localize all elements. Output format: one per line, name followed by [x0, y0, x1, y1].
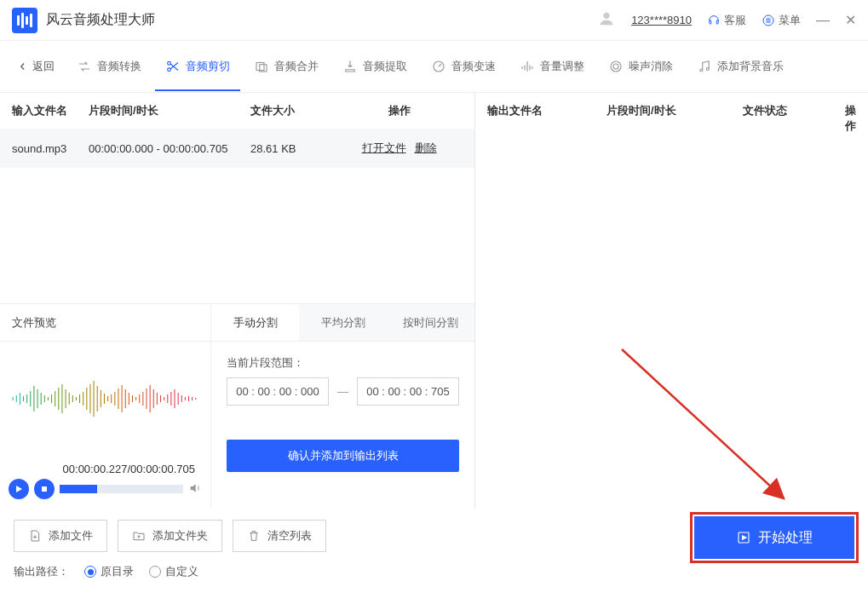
titlebar: 风云音频处理大师 123****8910 客服 菜单 — ✕ [0, 0, 868, 41]
split-panel: 手动分割 平均分割 按时间分割 当前片段范围： — 确认并添加到输出列表 [211, 304, 474, 508]
radio-custom-dir[interactable]: 自定义 [149, 564, 198, 579]
content-area: 输入文件名 片段时间/时长 文件大小 操作 sound.mp3 00:00:00… [0, 92, 868, 508]
app-logo [12, 8, 37, 33]
support-link[interactable]: 客服 [707, 13, 746, 28]
music-icon [697, 59, 712, 74]
confirm-add-button[interactable]: 确认并添加到输出列表 [227, 440, 459, 472]
main-toolbar: 返回 音频转换 音频剪切 音频合并 音频提取 音频变速 音量调整 噪声消除 添加… [0, 41, 868, 92]
tab-noise-remove[interactable]: 噪声消除 [598, 52, 683, 81]
output-path-label: 输出路径： [14, 564, 69, 579]
preview-title: 文件预览 [0, 304, 210, 342]
svg-point-0 [603, 13, 609, 19]
scissors-icon [165, 59, 181, 74]
extract-icon [342, 59, 358, 74]
play-square-icon [736, 530, 751, 545]
support-label: 客服 [724, 13, 746, 28]
cell-size: 28.61 KB [250, 142, 336, 155]
tab-manual-split[interactable]: 手动分割 [211, 304, 299, 341]
col-output-time: 片段时间/时长 [606, 103, 743, 134]
folder-add-icon [132, 529, 146, 543]
app-title: 风云音频处理大师 [46, 11, 155, 29]
stop-button[interactable] [34, 479, 55, 499]
delete-link[interactable]: 删除 [415, 141, 437, 156]
noise-icon [608, 59, 624, 74]
preview-area: 文件预览 00:00:00.227/00:00:00.705 [0, 303, 474, 508]
cell-filename: sound.mp3 [12, 142, 89, 155]
file-add-icon [28, 529, 42, 543]
svg-point-8 [613, 64, 618, 69]
start-time-input[interactable] [227, 377, 329, 406]
radio-original-dir[interactable]: 原目录 [84, 564, 134, 579]
col-output-action: 操作 [845, 103, 856, 134]
svg-point-10 [706, 68, 709, 71]
preview-left: 文件预览 00:00:00.227/00:00:00.705 [0, 304, 211, 508]
add-file-button[interactable]: 添加文件 [14, 520, 107, 552]
col-input-time: 片段时间/时长 [89, 103, 250, 118]
trash-icon [247, 529, 261, 543]
svg-rect-4 [256, 63, 264, 71]
col-output-status: 文件状态 [743, 103, 845, 134]
tab-add-bgm[interactable]: 添加背景音乐 [687, 52, 794, 81]
speed-icon [431, 59, 446, 74]
minimize-button[interactable]: — [816, 13, 830, 28]
clear-list-button[interactable]: 清空列表 [233, 520, 326, 552]
cell-time: 00:00:00.000 - 00:00:00.705 [89, 142, 250, 155]
player: 00:00:00.227/00:00:00.705 [0, 456, 210, 508]
input-panel: 输入文件名 片段时间/时长 文件大小 操作 sound.mp3 00:00:00… [0, 92, 475, 508]
output-table-header: 输出文件名 片段时间/时长 文件状态 操作 [475, 92, 868, 144]
split-tabs: 手动分割 平均分割 按时间分割 [211, 304, 474, 342]
tab-audio-cut[interactable]: 音频剪切 [155, 52, 240, 81]
menu-link[interactable]: 菜单 [762, 13, 801, 28]
waveform [0, 342, 210, 456]
tab-volume-adjust[interactable]: 音量调整 [509, 52, 595, 81]
svg-rect-64 [42, 486, 47, 492]
avatar-icon [597, 9, 616, 31]
stop-icon [40, 485, 49, 493]
progress-fill [60, 485, 97, 493]
playback-time: 00:00:00.227/00:00:00.705 [9, 463, 202, 475]
end-time-input[interactable] [357, 377, 459, 406]
tab-audio-speed[interactable]: 音频变速 [421, 52, 506, 81]
add-folder-button[interactable]: 添加文件夹 [118, 520, 222, 552]
output-panel: 输出文件名 片段时间/时长 文件状态 操作 [475, 92, 868, 508]
col-input-action: 操作 [336, 103, 463, 118]
play-icon [14, 485, 23, 493]
footer: 添加文件 添加文件夹 清空列表 开始处理 输出路径： 原目录 自定义 [0, 508, 868, 588]
tab-audio-convert[interactable]: 音频转换 [66, 52, 152, 81]
col-output-name: 输出文件名 [487, 103, 606, 134]
user-id[interactable]: 123****8910 [631, 14, 692, 26]
table-row[interactable]: sound.mp3 00:00:00.000 - 00:00:00.705 28… [0, 129, 474, 168]
svg-point-7 [611, 61, 621, 72]
arrow-left-icon [17, 60, 29, 72]
back-button[interactable]: 返回 [9, 54, 63, 79]
merge-icon [254, 59, 269, 74]
start-process-button[interactable]: 开始处理 [694, 516, 854, 559]
progress-bar[interactable] [60, 485, 183, 493]
convert-icon [77, 59, 92, 74]
tab-audio-merge[interactable]: 音频合并 [244, 52, 329, 81]
col-input-name: 输入文件名 [12, 103, 89, 118]
tab-audio-extract[interactable]: 音频提取 [332, 52, 417, 81]
menu-label: 菜单 [779, 13, 801, 28]
range-label: 当前片段范围： [211, 342, 474, 377]
tab-average-split[interactable]: 平均分割 [299, 304, 387, 341]
tab-time-split[interactable]: 按时间分割 [387, 304, 474, 341]
open-file-link[interactable]: 打开文件 [362, 141, 406, 156]
svg-point-9 [700, 69, 703, 72]
range-separator: — [337, 385, 348, 398]
volume-icon [520, 59, 535, 74]
back-label: 返回 [32, 59, 55, 74]
close-button[interactable]: ✕ [845, 12, 856, 28]
waveform-icon [9, 369, 202, 429]
input-table-header: 输入文件名 片段时间/时长 文件大小 操作 [0, 92, 474, 129]
play-button[interactable] [9, 479, 29, 499]
volume-icon[interactable] [188, 481, 202, 498]
col-input-size: 文件大小 [250, 103, 336, 118]
